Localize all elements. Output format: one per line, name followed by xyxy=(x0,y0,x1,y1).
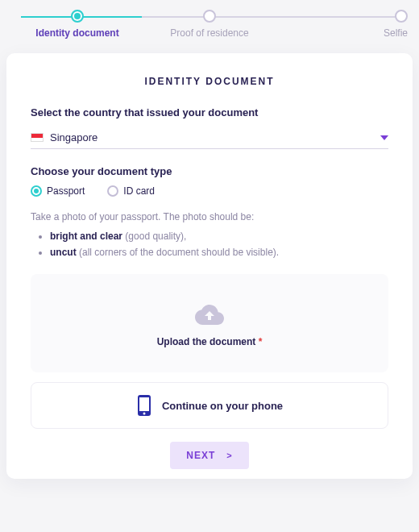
radio-id-card[interactable]: ID card xyxy=(107,185,155,197)
doc-type-radio-group: Passport ID card xyxy=(31,185,388,197)
radio-label: ID card xyxy=(123,185,155,197)
step-identity-document[interactable]: Identity document xyxy=(11,10,143,39)
instructions-list: bright and clear (good quality), uncut (… xyxy=(31,231,388,258)
step-proof-of-residence[interactable]: Proof of residence xyxy=(143,10,276,39)
country-section-label: Select the country that issued your docu… xyxy=(31,106,388,118)
next-button[interactable]: NEXT > xyxy=(170,442,248,469)
radio-icon xyxy=(107,185,118,197)
identity-document-card: IDENTITY DOCUMENT Select the country tha… xyxy=(6,53,413,479)
step-label: Identity document xyxy=(35,27,118,39)
radio-icon xyxy=(31,185,42,197)
radio-label: Passport xyxy=(47,185,85,197)
upload-label: Upload the document xyxy=(157,336,256,347)
svg-point-2 xyxy=(143,413,145,415)
chevron-down-icon xyxy=(380,135,388,140)
svg-rect-1 xyxy=(139,397,149,411)
required-marker: * xyxy=(255,336,262,347)
doc-type-section-label: Choose your document type xyxy=(31,165,388,177)
upload-label-row: Upload the document * xyxy=(39,334,380,348)
step-circle-icon xyxy=(71,10,84,23)
step-label: Proof of residence xyxy=(170,27,248,39)
card-title: IDENTITY DOCUMENT xyxy=(31,76,388,87)
next-label: NEXT xyxy=(186,450,215,461)
list-item: uncut (all corners of the document shoul… xyxy=(50,247,388,258)
step-selfie[interactable]: Selfie xyxy=(276,10,408,39)
country-value: Singapore xyxy=(50,131,97,143)
step-circle-icon xyxy=(203,10,216,23)
flag-singapore-icon xyxy=(31,133,44,142)
country-select[interactable]: Singapore xyxy=(31,127,388,149)
chevron-right-icon: > xyxy=(226,451,232,460)
stepper: Identity document Proof of residence Sel… xyxy=(6,10,413,39)
step-label: Selfie xyxy=(384,27,408,39)
instructions-lead: Take a photo of your passport. The photo… xyxy=(31,211,388,222)
continue-on-phone-label: Continue on your phone xyxy=(162,400,283,412)
list-item: bright and clear (good quality), xyxy=(50,231,388,242)
step-circle-icon xyxy=(395,10,408,23)
smartphone-icon xyxy=(136,394,152,417)
radio-passport[interactable]: Passport xyxy=(31,185,85,197)
upload-document-area[interactable]: Upload the document * xyxy=(31,274,388,372)
cloud-upload-icon xyxy=(195,303,224,326)
next-row: NEXT > xyxy=(31,442,388,474)
continue-on-phone-button[interactable]: Continue on your phone xyxy=(31,382,388,429)
